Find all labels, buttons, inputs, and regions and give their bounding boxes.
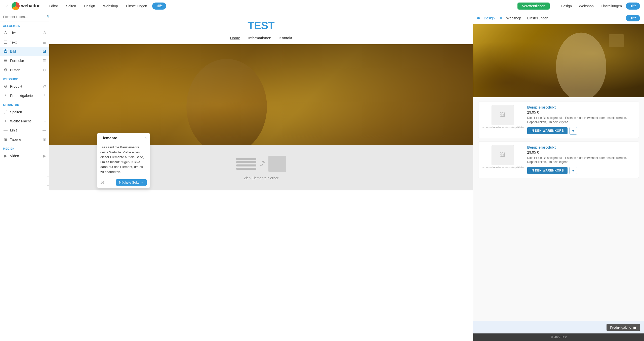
sidebar-item-spalten[interactable]: ⋰ Spalten ⋰: [0, 107, 49, 117]
produkt-icon-right: 🏷: [43, 84, 46, 88]
popup-body: Dies sind die Bausteine für deine Websit…: [97, 142, 150, 177]
bild-icon-right: 🖼: [43, 49, 46, 53]
popup-close-button[interactable]: ×: [144, 136, 147, 140]
product-image-icon-2: 🖼: [500, 152, 506, 158]
heart-button-1[interactable]: ♥: [570, 127, 577, 134]
sidebar-search-area: 🔍: [0, 12, 49, 21]
right-nav-webshop[interactable]: Webshop: [504, 15, 523, 21]
main-layout: 🔍 ALLGEMEIN A Titel A ☰ Text ☰ 🖼 Bild 🖼: [0, 12, 644, 341]
site-title: TEST: [49, 20, 473, 32]
button-icon: ⚙: [3, 67, 8, 72]
footer-text: © 2022 Test: [551, 335, 567, 339]
right-hero-person: [543, 29, 619, 97]
hero-person-shape: [176, 49, 277, 145]
product-image-caption-2: um Auswählen des Produkts doppelklicke: [482, 166, 524, 169]
product-gallery-bar: Produktgalerie ☰: [473, 321, 644, 333]
cart-button-1[interactable]: IN DEN WARENKORB: [527, 127, 568, 134]
sidebar-item-titel[interactable]: A Titel A: [0, 28, 49, 38]
right-nav-design[interactable]: Design: [558, 3, 575, 10]
drop-line-1: [236, 158, 256, 160]
sidebar-item-label-tabelle: Tabelle: [10, 138, 21, 142]
elemente-popup: Elemente × Dies sind die Bausteine für d…: [97, 133, 150, 188]
sidebar-item-produktgalerie[interactable]: ⋮ Produktgalerie ⋮: [0, 91, 49, 100]
button-icon-right: ⚙: [43, 68, 46, 72]
sidebar-item-button[interactable]: ⚙ Button ⚙: [0, 65, 49, 75]
nav-seiten[interactable]: Seiten: [63, 3, 79, 10]
right-nav-links: Design Webshop Einstellungen Hilfe: [558, 3, 640, 10]
popup-header: Elemente ×: [97, 133, 150, 142]
search-icon: 🔍: [47, 15, 49, 19]
titel-icon: A: [3, 31, 8, 35]
product-image-2: 🖼: [492, 145, 514, 165]
right-hero-image: [473, 24, 644, 97]
gallery-button[interactable]: Produktgalerie ☰: [607, 324, 640, 331]
site-header: TEST Home Informationen Kontakt: [49, 12, 473, 44]
site-nav-info[interactable]: Informationen: [248, 36, 271, 40]
drop-line-3: [236, 164, 256, 166]
right-hilfe-button[interactable]: Hilfe: [626, 15, 640, 21]
search-input[interactable]: [3, 15, 45, 19]
sidebar-item-weisse-flaeche[interactable]: + Weiße Fläche +: [0, 117, 49, 126]
site-nav: Home Informationen Kontakt: [49, 36, 473, 40]
right-nav-design[interactable]: Design: [482, 15, 497, 21]
formular-icon: ☰: [3, 58, 8, 63]
sidebar-item-bild[interactable]: 🖼 Bild 🖼: [0, 47, 49, 56]
tabelle-icon: ▣: [3, 137, 8, 142]
nav-editor[interactable]: Editor: [46, 3, 61, 10]
sidebar-item-label-bild: Bild: [10, 49, 16, 53]
section-allgemein: ALLGEMEIN: [0, 21, 49, 28]
hilfe-button-left[interactable]: Hilfe: [152, 3, 166, 10]
text-icon: ☰: [3, 40, 8, 45]
sidebar-item-text[interactable]: ☰ Text ☰: [0, 38, 49, 47]
logo-text: webador: [21, 3, 40, 9]
section-struktur: STRUKTUR: [0, 100, 49, 107]
right-nav-dot-2: [500, 17, 502, 19]
sidebar-item-tabelle[interactable]: ▣ Tabelle ▣: [0, 135, 49, 144]
product-desc-2: Dies ist ein Beispielprodukt. Es kann ni…: [527, 156, 635, 164]
tabelle-icon-right: ▣: [43, 138, 46, 142]
hero-image: [49, 44, 473, 145]
nav-webshop[interactable]: Webshop: [100, 3, 121, 10]
sidebar-item-label-weisse-flaeche: Weiße Fläche: [10, 119, 32, 123]
sidebar-collapse-button[interactable]: ‹: [47, 177, 49, 186]
popup-body-text: Dies sind die Bausteine für deine Websit…: [100, 145, 147, 174]
linie-icon-right: —: [43, 128, 46, 132]
canvas-area: TEST Home Informationen Kontakt: [49, 12, 473, 341]
right-footer: © 2022 Test: [473, 333, 644, 341]
titel-icon-right: A: [43, 31, 46, 35]
gallery-label: Produktgalerie: [610, 326, 631, 329]
nav-design[interactable]: Design: [81, 3, 98, 10]
popup-next-button[interactable]: Nächste Seite →: [116, 179, 147, 186]
right-nav-dot-1: [477, 17, 480, 19]
hilfe-button-right[interactable]: Hilfe: [626, 3, 640, 10]
products-area: 🖼 um Auswählen des Produkts doppelklicke…: [473, 97, 644, 321]
right-nav-webshop[interactable]: Webshop: [576, 3, 597, 10]
product-image-icon-1: 🖼: [500, 112, 506, 118]
drop-line-2: [236, 161, 256, 163]
back-button[interactable]: ‹: [4, 3, 10, 9]
sidebar-item-produkt[interactable]: ⚙ Produkt 🏷: [0, 82, 49, 91]
produkt-icon: ⚙: [3, 84, 8, 89]
sidebar: 🔍 ALLGEMEIN A Titel A ☰ Text ☰ 🖼 Bild 🖼: [0, 12, 49, 341]
nav-einstellungen[interactable]: Einstellungen: [123, 3, 150, 10]
bild-icon: 🖼: [3, 49, 8, 54]
weisse-flaeche-icon-right: +: [44, 119, 46, 123]
drop-zone-lines: [236, 158, 256, 170]
sidebar-item-label-formular: Formular: [10, 59, 24, 63]
veroff-button[interactable]: Veröffentlichen: [517, 3, 550, 10]
popup-footer: 1/3 Nächste Seite →: [97, 177, 150, 188]
sidebar-item-label-button: Button: [10, 68, 20, 72]
product-card-2: 🖼 um Auswählen des Produkts doppelklicke…: [478, 141, 639, 178]
site-nav-home[interactable]: Home: [230, 36, 240, 40]
sidebar-item-formular[interactable]: ☰ Formular ☰: [0, 56, 49, 65]
sidebar-item-linie[interactable]: — Linie —: [0, 126, 49, 135]
cart-button-2[interactable]: IN DEN WARENKORB: [527, 167, 568, 174]
sidebar-item-video[interactable]: ▶ Video ▶: [0, 151, 49, 160]
site-nav-kontakt[interactable]: Kontakt: [279, 36, 292, 40]
gallery-icon: ☰: [633, 325, 636, 329]
right-nav-einstellungen[interactable]: Einstellungen: [525, 15, 550, 21]
right-nav-einstellungen[interactable]: Einstellungen: [598, 3, 625, 10]
heart-button-2[interactable]: ♥: [570, 167, 577, 174]
sidebar-item-label-spalten: Spalten: [10, 110, 22, 114]
sidebar-item-label-titel: Titel: [10, 31, 17, 35]
